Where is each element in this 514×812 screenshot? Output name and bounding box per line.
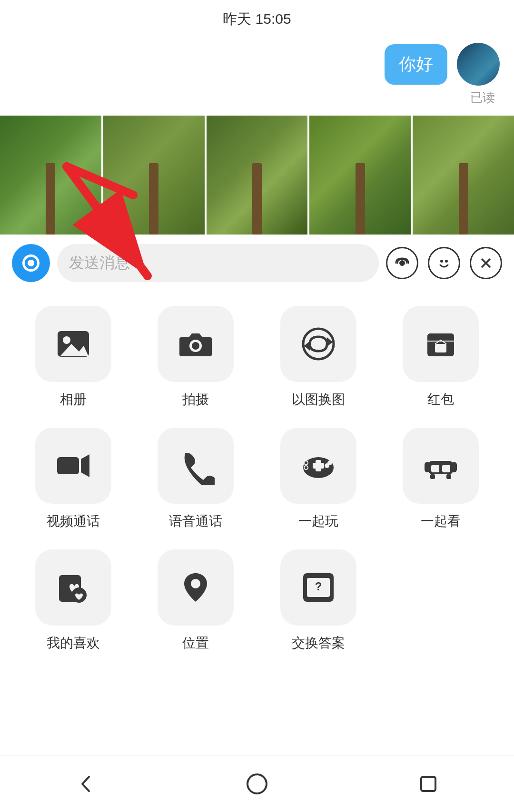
recent-button[interactable] — [405, 770, 452, 798]
photo-item-5[interactable] — [413, 116, 514, 235]
message-bubble: 你好 — [385, 44, 447, 85]
svg-point-13 — [192, 342, 199, 350]
svg-rect-20 — [57, 457, 79, 474]
svg-rect-32 — [425, 462, 430, 472]
video-call-icon-box — [35, 428, 111, 504]
video-call-label: 视频通话 — [47, 512, 100, 530]
home-button[interactable] — [233, 770, 281, 798]
watch-together-label: 一起看 — [421, 512, 461, 530]
photo-strip[interactable] — [0, 116, 514, 235]
emoji-icon[interactable] — [428, 247, 460, 279]
grid-menu: 相册 拍摄 以图换图 — [0, 292, 514, 666]
svg-point-10 — [63, 336, 70, 344]
grid-item-camera[interactable]: 拍摄 — [142, 306, 250, 409]
favorites-icon — [54, 568, 92, 607]
grid-item-watch-together[interactable]: 一起看 — [387, 428, 495, 530]
grid-item-location[interactable]: 位置 — [142, 549, 250, 652]
my-favorites-icon-box — [35, 549, 111, 626]
home-icon — [245, 772, 269, 796]
exchange-answers-icon-box: ? — [280, 549, 356, 626]
close-icon[interactable] — [470, 247, 502, 279]
svg-rect-19 — [435, 344, 446, 352]
play-together-label: 一起玩 — [298, 512, 338, 530]
svg-marker-21 — [81, 454, 89, 477]
grid-item-play-together[interactable]: 一起玩 — [264, 428, 373, 530]
location-label: 位置 — [182, 634, 209, 652]
svg-rect-31 — [442, 465, 450, 472]
svg-point-27 — [304, 461, 308, 465]
svg-point-4 — [440, 260, 443, 263]
svg-rect-30 — [431, 465, 439, 472]
album-label: 相册 — [60, 391, 87, 409]
camera-button[interactable] — [12, 244, 50, 282]
message-placeholder: 发送消息 — [69, 253, 130, 274]
play-together-icon-box — [280, 428, 356, 504]
svg-rect-24 — [313, 463, 324, 469]
voice-call-icon — [177, 447, 215, 485]
grid-item-red-packet[interactable]: 红包 — [387, 306, 495, 409]
message-input-wrapper[interactable]: 发送消息 — [57, 244, 379, 282]
svg-point-28 — [304, 466, 308, 470]
location-icon — [177, 568, 215, 607]
camera-icon-box — [158, 306, 234, 382]
svg-point-38 — [191, 579, 200, 588]
image-swap-label: 以图换图 — [292, 391, 345, 409]
recent-icon — [416, 772, 440, 796]
image-swap-icon — [299, 325, 337, 363]
status-time: 昨天 15:05 — [223, 10, 291, 29]
my-favorites-label: 我的喜欢 — [47, 634, 100, 652]
shoot-icon — [177, 325, 215, 363]
svg-rect-35 — [446, 474, 451, 479]
input-bar: 发送消息 — [0, 235, 514, 292]
grid-item-voice-call[interactable]: 语音通话 — [142, 428, 250, 530]
svg-rect-33 — [451, 462, 457, 472]
photo-item-3[interactable] — [207, 116, 308, 235]
video-call-icon — [54, 447, 92, 485]
svg-point-26 — [327, 460, 332, 465]
exchange-answers-label: 交换答案 — [292, 634, 345, 652]
photo-item-1[interactable] — [0, 116, 101, 235]
game-icon — [299, 447, 337, 485]
watch-together-icon-box — [403, 428, 479, 504]
image-swap-icon-box — [280, 306, 356, 382]
photo-item-2[interactable] — [103, 116, 205, 235]
read-status: 已读 — [470, 89, 495, 106]
grid-item-image-swap[interactable]: 以图换图 — [264, 306, 373, 409]
grid-item-album[interactable]: 相册 — [19, 306, 128, 409]
svg-point-5 — [445, 260, 448, 263]
sofa-icon — [422, 447, 460, 485]
svg-point-3 — [399, 260, 405, 266]
red-packet-icon — [422, 325, 460, 363]
red-packet-label: 红包 — [427, 391, 454, 409]
svg-text:?: ? — [315, 580, 322, 593]
album-icon-box — [35, 306, 111, 382]
grid-item-exchange-answers[interactable]: ? 交换答案 — [264, 549, 373, 652]
input-icons — [386, 247, 502, 279]
svg-rect-43 — [421, 777, 435, 791]
status-bar: 昨天 15:05 — [0, 0, 514, 33]
nav-bar — [0, 755, 514, 812]
album-icon — [54, 325, 92, 363]
chat-area: 你好 已读 — [0, 33, 514, 116]
voice-call-label: 语音通话 — [169, 512, 222, 530]
grid-item-my-favorites[interactable]: 我的喜欢 — [19, 549, 128, 652]
voice-icon[interactable] — [386, 247, 418, 279]
svg-rect-34 — [430, 474, 435, 479]
location-icon-box — [158, 549, 234, 626]
photo-item-4[interactable] — [309, 116, 411, 235]
camera-label: 拍摄 — [182, 391, 209, 409]
grid-item-video-call[interactable]: 视频通话 — [19, 428, 128, 530]
back-button[interactable] — [62, 770, 109, 798]
camera-icon — [22, 254, 40, 272]
svg-point-42 — [247, 774, 267, 793]
avatar — [457, 43, 500, 86]
voice-call-icon-box — [158, 428, 234, 504]
exchange-icon: ? — [299, 568, 337, 607]
back-icon — [74, 772, 98, 796]
red-packet-icon-box — [403, 306, 479, 382]
